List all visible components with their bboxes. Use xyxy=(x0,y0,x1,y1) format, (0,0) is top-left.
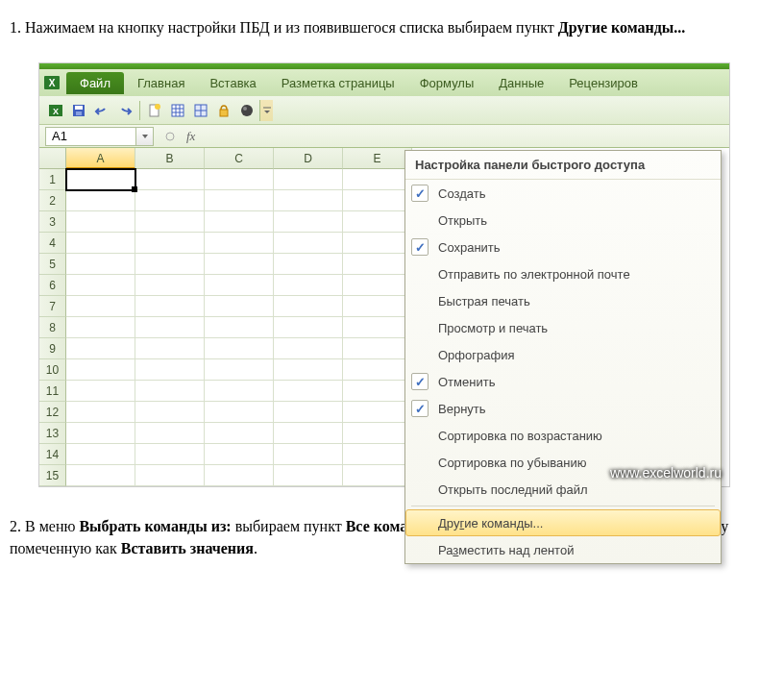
qat-excel-icon[interactable]: X xyxy=(45,100,66,121)
cell[interactable] xyxy=(66,190,135,211)
cell[interactable] xyxy=(205,359,274,381)
name-box-dropdown[interactable] xyxy=(136,127,154,146)
row-header[interactable]: 8 xyxy=(39,317,66,338)
cell[interactable] xyxy=(274,444,343,465)
cell[interactable] xyxy=(66,402,135,423)
qat-undo-icon[interactable] xyxy=(91,100,112,121)
cell[interactable] xyxy=(135,402,205,423)
cell[interactable] xyxy=(343,211,412,233)
row-header[interactable]: 6 xyxy=(39,275,66,296)
cell[interactable] xyxy=(135,169,205,190)
cell[interactable] xyxy=(205,465,274,486)
menu-more-commands[interactable]: Другие команды... xyxy=(405,509,721,536)
cell[interactable] xyxy=(205,444,274,465)
cell[interactable] xyxy=(274,275,343,296)
cell[interactable] xyxy=(66,338,135,359)
name-box[interactable]: A1 xyxy=(45,127,136,146)
menu-item[interactable]: Быстрая печать xyxy=(405,287,721,314)
tab-review[interactable]: Рецензиров xyxy=(557,72,649,94)
menu-item[interactable]: Открыть xyxy=(405,207,721,234)
cell[interactable] xyxy=(135,338,205,359)
cell[interactable] xyxy=(274,211,343,233)
row-header[interactable]: 7 xyxy=(39,296,66,317)
cell[interactable] xyxy=(343,381,412,402)
cell[interactable] xyxy=(343,233,412,254)
cell[interactable] xyxy=(274,338,343,359)
row-header[interactable]: 4 xyxy=(39,233,66,254)
cell[interactable] xyxy=(274,381,343,402)
menu-item[interactable]: Отправить по электронной почте xyxy=(405,260,721,287)
cell[interactable] xyxy=(343,296,412,317)
select-all-corner[interactable] xyxy=(39,148,66,169)
menu-item[interactable]: Сортировка по возрастанию xyxy=(405,422,721,449)
row-header[interactable]: 10 xyxy=(39,359,66,381)
cell[interactable] xyxy=(274,423,343,444)
row-header[interactable]: 15 xyxy=(39,465,66,486)
cell[interactable] xyxy=(66,317,135,338)
tab-data[interactable]: Данные xyxy=(487,72,555,94)
cell[interactable] xyxy=(205,211,274,233)
qat-lock-icon[interactable] xyxy=(213,100,234,121)
column-header[interactable]: D xyxy=(274,148,343,169)
cell[interactable] xyxy=(205,254,274,275)
cell[interactable] xyxy=(274,190,343,211)
cell[interactable] xyxy=(274,359,343,381)
cell[interactable] xyxy=(205,317,274,338)
cell[interactable] xyxy=(66,381,135,402)
qat-new-icon[interactable] xyxy=(144,100,165,121)
cell[interactable] xyxy=(205,275,274,296)
row-header[interactable]: 5 xyxy=(39,254,66,275)
cell[interactable] xyxy=(66,444,135,465)
cell[interactable] xyxy=(135,465,205,486)
menu-item[interactable]: ✓Отменить xyxy=(405,368,721,395)
cell[interactable] xyxy=(135,444,205,465)
cell[interactable] xyxy=(205,296,274,317)
column-header[interactable]: C xyxy=(205,148,274,169)
cell[interactable] xyxy=(274,254,343,275)
cell[interactable] xyxy=(205,381,274,402)
cell[interactable] xyxy=(205,423,274,444)
cell[interactable] xyxy=(135,211,205,233)
cell[interactable] xyxy=(205,169,274,190)
qat-save-icon[interactable] xyxy=(68,100,89,121)
cell[interactable] xyxy=(66,359,135,381)
cell[interactable] xyxy=(343,402,412,423)
cell[interactable] xyxy=(274,296,343,317)
cell[interactable] xyxy=(135,317,205,338)
tab-page-layout[interactable]: Разметка страницы xyxy=(270,72,406,94)
cell[interactable] xyxy=(343,444,412,465)
cell[interactable] xyxy=(274,465,343,486)
row-header[interactable]: 13 xyxy=(39,423,66,444)
column-header[interactable]: B xyxy=(135,148,205,169)
qat-grid-icon-2[interactable] xyxy=(190,100,211,121)
cell[interactable] xyxy=(343,254,412,275)
cell[interactable] xyxy=(205,233,274,254)
tab-home[interactable]: Главная xyxy=(126,72,196,94)
row-header[interactable]: 14 xyxy=(39,444,66,465)
cell[interactable] xyxy=(274,169,343,190)
menu-item[interactable]: ✓Создать xyxy=(405,180,721,207)
fx-label[interactable]: fx xyxy=(186,129,195,144)
cell[interactable] xyxy=(343,359,412,381)
cell[interactable] xyxy=(274,233,343,254)
row-header[interactable]: 2 xyxy=(39,190,66,211)
qat-grid-icon-1[interactable] xyxy=(167,100,188,121)
cell[interactable] xyxy=(135,296,205,317)
cell[interactable] xyxy=(66,275,135,296)
cell[interactable] xyxy=(343,465,412,486)
row-header[interactable]: 3 xyxy=(39,211,66,233)
menu-item[interactable]: ✓Сохранить xyxy=(405,234,721,260)
cell[interactable] xyxy=(66,296,135,317)
cell[interactable] xyxy=(343,338,412,359)
fx-expand-icon[interactable] xyxy=(161,128,179,145)
cell[interactable] xyxy=(135,254,205,275)
cell[interactable] xyxy=(343,423,412,444)
cell[interactable] xyxy=(66,465,135,486)
cell[interactable] xyxy=(66,169,135,190)
column-header[interactable]: E xyxy=(343,148,412,169)
qat-customize-dropdown[interactable] xyxy=(259,100,273,121)
row-header[interactable]: 12 xyxy=(39,402,66,423)
cell[interactable] xyxy=(135,190,205,211)
row-header[interactable]: 9 xyxy=(39,338,66,359)
qat-redo-icon[interactable] xyxy=(114,100,135,121)
